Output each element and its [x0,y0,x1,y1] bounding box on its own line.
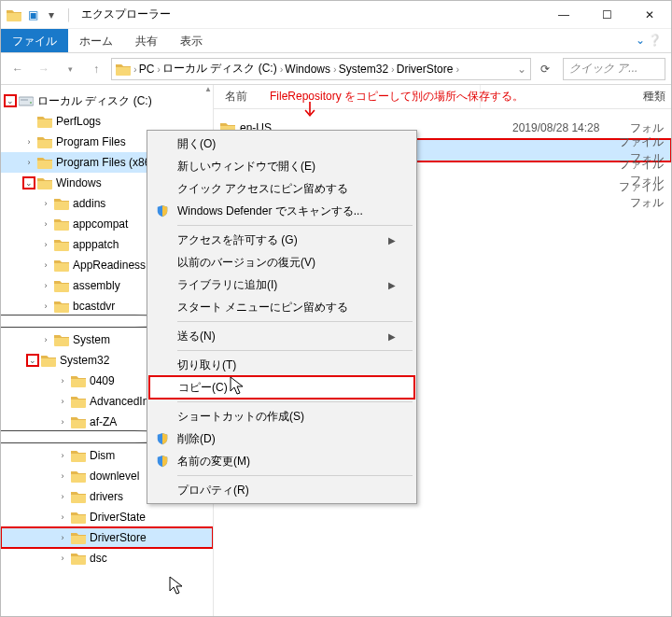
tab-share[interactable]: 共有 [124,29,169,52]
expander-icon[interactable]: ⌄ [27,355,38,366]
column-name[interactable]: 名前 [219,85,481,108]
address-bar[interactable]: › PC› ローカル ディスク (C:)› Windows› System32›… [111,58,531,80]
ribbon-expand-icon[interactable]: ⌄ ❔ [626,29,671,52]
shield-icon [155,203,170,218]
tree-item[interactable]: ›DriverState [1,507,213,527]
menu-delete[interactable]: 削除(D) [149,428,414,450]
properties-icon[interactable]: ▣ [25,7,40,22]
nav-recent-icon[interactable]: ▾ [59,58,81,80]
menu-open-new-window[interactable]: 新しいウィンドウで開く(E) [149,155,414,177]
expander-icon[interactable]: › [57,450,68,461]
menu-copy[interactable]: コピー(C) [149,376,414,399]
menu-grant-access[interactable]: アクセスを許可する (G)▶ [149,229,414,251]
tab-home[interactable]: ホーム [68,29,124,52]
menu-cut[interactable]: 切り取り(T) [149,354,414,376]
menu-defender-scan[interactable]: Windows Defender でスキャンする... [149,200,414,222]
expander-icon[interactable]: › [40,259,51,271]
close-button[interactable]: ✕ [628,1,671,29]
breadcrumb: ローカル ディスク (C:)› [162,61,283,77]
expander-icon[interactable]: › [40,198,51,209]
expander-icon[interactable]: › [23,157,35,168]
list-header[interactable]: 名前 種類 [214,85,671,109]
nav-forward-icon[interactable]: → [33,58,55,80]
breadcrumb: Windows› [285,63,336,76]
menu-rename[interactable]: 名前の変更(M) [149,450,414,472]
file-type: ファイル フォル [608,179,664,211]
menu-create-shortcut[interactable]: ショートカットの作成(S) [149,405,414,428]
expander-icon[interactable]: › [40,280,51,291]
expander-icon[interactable]: › [57,512,68,523]
breadcrumb: › [116,62,137,77]
expander-icon[interactable]: › [40,239,51,250]
tab-view[interactable]: 表示 [169,29,214,52]
nav-up-icon[interactable]: ↑ [85,58,107,80]
expander-icon[interactable]: › [57,375,68,386]
menu-pin-quick-access[interactable]: クイック アクセスにピン留めする [149,177,414,200]
breadcrumb: System32› [339,63,395,76]
menu-properties[interactable]: プロパティ(R) [149,479,414,501]
titlebar: ▣ ▾ │ エクスプローラー — ☐ ✕ [1,1,671,29]
folder-icon [7,7,21,22]
expander-icon[interactable]: › [57,491,68,502]
maximize-button[interactable]: ☐ [585,1,628,29]
expander-icon[interactable]: › [40,218,51,230]
expander-icon[interactable]: › [57,532,68,543]
expander-icon[interactable]: › [23,136,35,147]
tree-item-drive[interactable]: ⌄ ローカル ディスク (C:) [1,91,213,111]
file-type: フォル [613,120,664,136]
tree-item-driverstore[interactable]: ›DriverStore [1,527,213,548]
menu-pin-start[interactable]: スタート メニューにピン留めする [149,296,414,318]
expander-icon[interactable]: › [57,553,68,564]
expander-icon[interactable]: › [57,470,68,482]
menu-add-library[interactable]: ライブラリに追加(I)▶ [149,273,414,296]
menu-separator [177,401,413,402]
window-title: エクスプローラー [81,7,171,22]
expander-icon[interactable]: › [57,396,68,407]
file-date: 2019/08/28 14:28 [512,121,599,134]
cursor-icon [169,576,184,596]
menu-separator [177,350,413,351]
menu-open[interactable]: 開く(O) [149,133,414,155]
ribbon: ファイル ホーム 共有 表示 ⌄ ❔ [1,29,671,53]
expander-icon[interactable]: › [40,301,51,312]
shield-icon [155,454,170,469]
expander-icon[interactable]: ⌄ [23,177,35,189]
minimize-button[interactable]: — [542,1,585,29]
tab-file[interactable]: ファイル [1,29,68,52]
address-bar-row: ← → ▾ ↑ › PC› ローカル ディスク (C:)› Windows› S… [1,53,671,85]
breadcrumb: DriverStore› [397,63,459,76]
address-dropdown-icon[interactable]: ⌄ [517,63,526,76]
tree-item[interactable]: ›dsc [1,548,213,568]
expander-icon[interactable]: › [57,416,68,428]
nav-back-icon[interactable]: ← [7,58,29,80]
search-input[interactable]: クイック ア... [563,58,665,80]
breadcrumb: PC› [139,63,161,76]
expander-icon[interactable]: ⌄ [5,95,16,106]
qat-dropdown-icon[interactable]: ▾ [44,7,59,22]
shield-icon [155,431,170,446]
menu-send-to[interactable]: 送る(N)▶ [149,325,414,347]
menu-separator [177,321,413,322]
menu-separator [177,475,413,476]
column-type[interactable]: 種類 [643,89,665,105]
context-menu: 開く(O) 新しいウィンドウで開く(E) クイック アクセスにピン留めする Wi… [147,130,417,504]
menu-separator [177,225,413,226]
menu-restore-previous[interactable]: 以前のバージョンの復元(V) [149,251,414,273]
refresh-icon[interactable]: ⟳ [535,59,555,79]
expander-icon[interactable]: › [40,334,51,345]
tree-item[interactable]: PerfLogs [1,111,213,132]
